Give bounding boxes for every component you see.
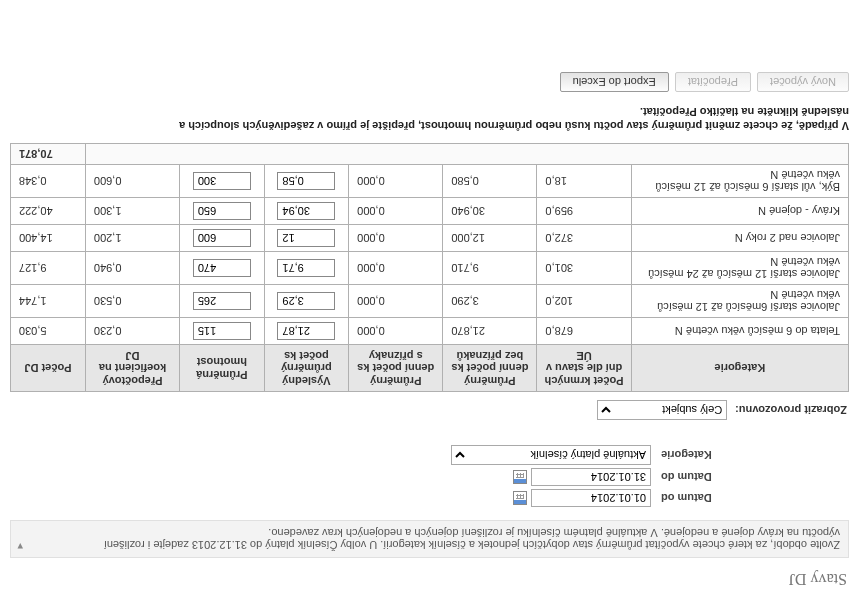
vysledny-input[interactable] [277, 202, 335, 220]
table-row: Jalovice nad 2 roky N372,012,0000,0001,2… [11, 225, 849, 252]
table-row: Krávy - dojené N959,030,9400,0001,30040,… [11, 198, 849, 225]
vysledny-input[interactable] [277, 322, 335, 340]
cell-prum-s: 0,000 [349, 252, 443, 285]
hint-line-1: Zvolte období, za které chcete vypočítat… [104, 539, 840, 551]
hmotnost-input[interactable] [193, 259, 251, 277]
cell-kategorie: Krávy - dojené N [631, 198, 848, 225]
cell-prum-s: 0,000 [349, 165, 443, 198]
cell-hmotnost [180, 285, 265, 318]
cell-koef: 0,230 [85, 318, 179, 345]
total-label [85, 144, 848, 165]
cell-koef: 1,300 [85, 198, 179, 225]
provozovna-select[interactable]: Celý subjekt [597, 400, 727, 420]
hint-box: ▾ Zvolte období, za které chcete vypočít… [10, 520, 849, 558]
cell-hmotnost [180, 225, 265, 252]
table-row: Jalovice starší 12 měsíců až 24 měsíců v… [11, 252, 849, 285]
data-table: Kategorie Počet krmných dní dle stavu v … [10, 143, 849, 392]
vysledny-input[interactable] [277, 172, 335, 190]
cell-pocet-dj: 0,348 [11, 165, 86, 198]
vysledny-input[interactable] [277, 292, 335, 310]
cell-vysledny [264, 318, 349, 345]
cell-prum-bez: 3,290 [443, 285, 537, 318]
hint-line-2: výpočtu na krávy dojené a nedojené. V ak… [268, 527, 840, 539]
collapse-icon[interactable]: ▾ [17, 540, 23, 553]
cell-koef: 0,530 [85, 285, 179, 318]
cell-prum-s: 0,000 [349, 318, 443, 345]
cell-vysledny [264, 252, 349, 285]
cell-koef: 0,940 [85, 252, 179, 285]
prepocitat-button[interactable]: Přepočítat [675, 72, 751, 92]
datum-od-label: Datum od [651, 492, 821, 504]
th-prum-bez: Průměrný denní počet ks bez příznaků [443, 345, 537, 392]
hmotnost-input[interactable] [193, 322, 251, 340]
th-hmotnost: Průměrná hmotnost [180, 345, 265, 392]
th-pocet-dj: Počet DJ [11, 345, 86, 392]
export-excel-button[interactable]: Export do Excelu [560, 72, 669, 92]
vysledny-input[interactable] [277, 229, 335, 247]
recalc-note: V případě, že chcete změnit průměrný sta… [10, 104, 849, 133]
kategorie-select[interactable]: Aktuálně platný číselník [451, 445, 651, 465]
cell-koef: 1,200 [85, 225, 179, 252]
cell-koef: 0,600 [85, 165, 179, 198]
kategorie-label: Kategorie [651, 449, 821, 461]
total-value: 70,871 [11, 144, 86, 165]
cell-prum-s: 0,000 [349, 198, 443, 225]
cell-krmne-dni: 959,0 [537, 198, 631, 225]
page-title: Stavy DJ [10, 570, 847, 588]
th-vysledny: Výsledný průměrný počet ks [264, 345, 349, 392]
provozovna-label: Zobrazit provozovnu: [735, 404, 847, 416]
cell-prum-bez: 12,000 [443, 225, 537, 252]
vysledny-input[interactable] [277, 259, 335, 277]
cell-hmotnost [180, 318, 265, 345]
table-row: Býk, vůl starší 6 měsíců až 12 měsíců vě… [11, 165, 849, 198]
cell-hmotnost [180, 252, 265, 285]
datum-do-input[interactable] [531, 468, 651, 486]
th-kategorie: Kategorie [631, 345, 848, 392]
hmotnost-input[interactable] [193, 229, 251, 247]
hmotnost-input[interactable] [193, 292, 251, 310]
cell-krmne-dni: 18,0 [537, 165, 631, 198]
cell-prum-s: 0,000 [349, 225, 443, 252]
cell-pocet-dj: 9,127 [11, 252, 86, 285]
cell-vysledny [264, 165, 349, 198]
cell-vysledny [264, 285, 349, 318]
cell-krmne-dni: 678,0 [537, 318, 631, 345]
cell-vysledny [264, 225, 349, 252]
cell-kategorie: Telata do 6 měsíců věku včetně N [631, 318, 848, 345]
cell-hmotnost [180, 165, 265, 198]
cell-prum-bez: 9,710 [443, 252, 537, 285]
th-krmne-dni: Počet krmných dní dle stavu v ÚE [537, 345, 631, 392]
datum-od-input[interactable] [531, 489, 651, 507]
calendar-icon[interactable] [513, 470, 527, 484]
cell-prum-bez: 0,580 [443, 165, 537, 198]
cell-vysledny [264, 198, 349, 225]
hmotnost-input[interactable] [193, 172, 251, 190]
cell-pocet-dj: 40,222 [11, 198, 86, 225]
cell-hmotnost [180, 198, 265, 225]
novy-vypocet-button[interactable]: Nový výpočet [757, 72, 849, 92]
cell-kategorie: Jalovice starší 6měsíců až 12 měsíců věk… [631, 285, 848, 318]
hmotnost-input[interactable] [193, 202, 251, 220]
cell-pocet-dj: 5,030 [11, 318, 86, 345]
cell-krmne-dni: 102,0 [537, 285, 631, 318]
table-row: Jalovice starší 6měsíců až 12 měsíců věk… [11, 285, 849, 318]
calendar-icon[interactable] [513, 491, 527, 505]
cell-prum-bez: 30,940 [443, 198, 537, 225]
cell-kategorie: Jalovice nad 2 roky N [631, 225, 848, 252]
datum-do-label: Datum do [651, 471, 821, 483]
cell-prum-s: 0,000 [349, 285, 443, 318]
cell-prum-bez: 21,870 [443, 318, 537, 345]
cell-pocet-dj: 1,744 [11, 285, 86, 318]
th-prum-s: Průměrný denní počet ks s příznaky [349, 345, 443, 392]
cell-krmne-dni: 372,0 [537, 225, 631, 252]
cell-krmne-dni: 301,0 [537, 252, 631, 285]
cell-pocet-dj: 14,400 [11, 225, 86, 252]
cell-kategorie: Býk, vůl starší 6 měsíců až 12 měsíců vě… [631, 165, 848, 198]
th-koef: Přepočtový koeficient na DJ [85, 345, 179, 392]
table-row: Telata do 6 měsíců věku včetně N678,021,… [11, 318, 849, 345]
cell-kategorie: Jalovice starší 12 měsíců až 24 měsíců v… [631, 252, 848, 285]
